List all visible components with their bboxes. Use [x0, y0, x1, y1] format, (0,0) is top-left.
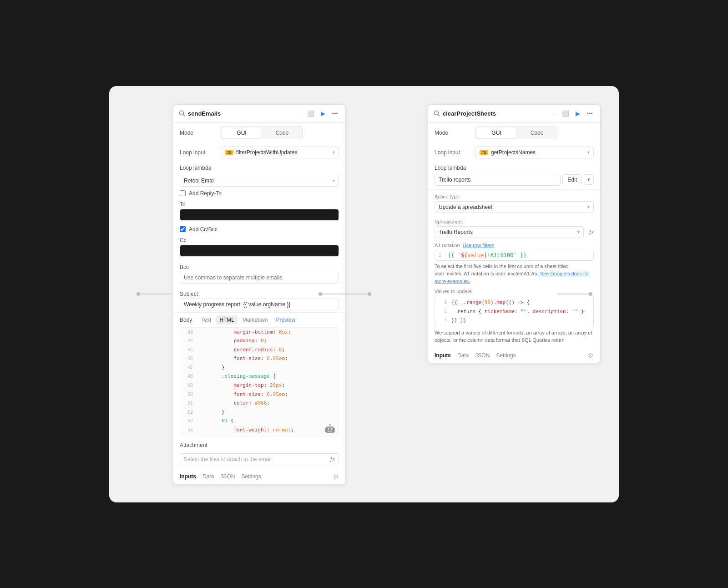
right-a1-link[interactable]: Use row filters	[463, 243, 495, 248]
right-lambda-select[interactable]: Trello reports	[435, 174, 561, 186]
left-code-editor[interactable]: 43 margin-bottom: 8px; 44 padding: 0; 45…	[180, 327, 339, 436]
middle-connector	[318, 292, 371, 296]
right-action-type-chevron: ▾	[587, 204, 590, 209]
clear-project-sheets-panel: clearProjectSheets — ⬜ ▶ ••• Mode GUI Co…	[428, 104, 601, 363]
left-loop-input-label: Loop input	[180, 149, 216, 156]
left-gui-btn[interactable]: GUI	[222, 127, 262, 138]
right-connector-line	[557, 294, 589, 294]
left-connector-line	[140, 294, 172, 294]
left-subject-input[interactable]	[180, 299, 339, 310]
left-play-btn[interactable]: ▶	[319, 109, 327, 118]
left-cc-bcc-row: Add Cc/Bcc	[173, 224, 345, 234]
left-panel-body: Mode GUI Code Loop input JS filterProjec…	[173, 123, 345, 484]
right-loop-input-value: getProjectsNames	[491, 149, 536, 156]
right-play-btn[interactable]: ▶	[574, 109, 582, 118]
left-mode-row: Mode GUI Code	[173, 123, 345, 143]
left-cc-input[interactable]	[180, 245, 339, 257]
code-line-46: 46 font-size: 0.95em;	[180, 354, 339, 363]
left-attachment-section: Attachment	[173, 439, 345, 451]
right-loop-input-select[interactable]: JS getProjectsNames ▾	[475, 147, 594, 158]
left-panel-header: sendEmails — ⬜ ▶ •••	[173, 105, 345, 123]
right-square-btn[interactable]: ⬜	[560, 109, 571, 118]
right-footer-data[interactable]: Data	[457, 352, 469, 359]
right-action-type-section: Action type Update a spreadsheet ▾	[428, 191, 600, 216]
right-more-btn[interactable]: •••	[585, 109, 595, 118]
right-footer-inputs[interactable]: Inputs	[435, 352, 451, 359]
code-emoji: 🤖	[325, 424, 335, 433]
left-tab-markdown[interactable]: Markdown	[239, 315, 271, 324]
right-lambda-row: Trello reports Edit ▾	[428, 173, 600, 188]
right-action-type-label: Action type	[435, 194, 594, 199]
right-values-section: Values to update 1 {{ _.range(99).map(()…	[428, 287, 600, 348]
left-lambda-select[interactable]: Retool Email ▾	[180, 175, 339, 187]
code-line-52: 52 }	[180, 408, 339, 417]
left-mode-toggle: GUI Code	[221, 127, 303, 139]
left-attachment-field[interactable]: Select the files to attach to the email …	[180, 453, 339, 465]
left-connector-dot	[136, 292, 140, 296]
right-footer-settings[interactable]: Settings	[496, 352, 516, 359]
left-attachment-label: Attachment	[180, 441, 339, 450]
left-bcc-input[interactable]	[180, 272, 339, 284]
right-a1-input[interactable]: 1 {{ `${value}!A1:B100` }}	[435, 250, 594, 261]
left-loop-chevron: ▾	[333, 150, 335, 155]
left-tab-text[interactable]: Text	[197, 315, 215, 324]
right-edit-btn[interactable]: Edit	[562, 174, 582, 185]
right-connector-dot	[589, 292, 592, 296]
right-code-btn[interactable]: Code	[517, 127, 557, 139]
right-spreadsheet-fx[interactable]: ƒx	[588, 229, 594, 235]
code-line-48: 48 .closing-message {	[180, 372, 339, 381]
left-fx-btn[interactable]: ƒx	[329, 456, 335, 462]
right-footer-json[interactable]: JSON	[475, 352, 490, 359]
code-line-53: 53 h1 {	[180, 416, 339, 426]
left-loop-input-value: filterProjectsWithUpdates	[236, 149, 298, 156]
right-mode-label: Mode	[435, 130, 471, 136]
right-spreadsheet-select[interactable]: Trello Reports ▾	[435, 226, 584, 238]
right-gui-btn[interactable]: GUI	[476, 127, 516, 138]
left-connector	[136, 292, 172, 296]
left-tab-preview[interactable]: Preview	[272, 315, 299, 324]
code-line-43: 43 margin-bottom: 8px;	[180, 328, 339, 337]
left-reply-to-row: Add Reply-To	[173, 188, 345, 198]
left-footer-inputs[interactable]: Inputs	[180, 473, 196, 480]
left-code-btn[interactable]: Code	[262, 127, 302, 139]
left-attachment-placeholder: Select the files to attach to the email	[184, 456, 272, 462]
left-square-btn[interactable]: ⬜	[305, 109, 316, 118]
right-loop-input-row: Loop input JS getProjectsNames ▾	[428, 143, 600, 162]
right-a1-label-row: A1 notation Use row filters	[435, 243, 594, 248]
code-line-49: 49 margin-top: 20px;	[180, 381, 339, 390]
right-search-icon	[434, 110, 440, 117]
code-line-51: 51 color: #666;	[180, 399, 339, 408]
left-more-btn[interactable]: •••	[330, 109, 340, 118]
left-footer-settings[interactable]: Settings	[241, 473, 261, 480]
right-minimize-btn[interactable]: —	[548, 109, 557, 118]
right-spreadsheet-row: Trello Reports ▾ ƒx	[435, 226, 594, 238]
right-mode-toggle: GUI Code	[475, 127, 557, 139]
left-tab-html[interactable]: HTML	[216, 315, 238, 324]
right-loop-input-label: Loop input	[435, 149, 471, 156]
left-loop-input-select[interactable]: JS filterProjectsWithUpdates ▾	[221, 147, 339, 158]
reply-to-checkbox[interactable]	[180, 190, 186, 196]
right-a1-docs-link[interactable]: See Google's docs for more examples.	[435, 271, 589, 284]
left-minimize-btn[interactable]: —	[293, 109, 303, 118]
reply-to-label: Add Reply-To	[189, 190, 222, 197]
right-lambda-with-btn: Trello reports Edit ▾	[435, 174, 594, 186]
left-loop-input-row: Loop input JS filterProjectsWithUpdates …	[173, 143, 345, 162]
cc-bcc-checkbox[interactable]	[180, 226, 186, 232]
right-js-badge: JS	[480, 150, 488, 155]
values-line-1: 1 {{ _.range(99).map(() => {	[435, 298, 593, 307]
left-footer-data[interactable]: Data	[202, 473, 214, 480]
left-subject-label: Subject	[180, 290, 339, 299]
right-spreadsheet-label: Spreadsheet	[435, 219, 594, 224]
right-action-type-select[interactable]: Update a spreadsheet ▾	[435, 201, 594, 213]
left-attachment-row: Select the files to attach to the email …	[173, 451, 345, 469]
middle-line	[322, 294, 368, 294]
right-lambda-chevron-btn[interactable]: ▾	[584, 174, 594, 185]
right-values-code[interactable]: 1 {{ _.range(99).map(() => { 2 return { …	[435, 296, 594, 327]
right-settings-icon[interactable]: ⚙	[588, 352, 594, 359]
left-footer-json[interactable]: JSON	[220, 473, 235, 480]
left-settings-icon[interactable]: ⚙	[333, 473, 339, 480]
left-js-badge: JS	[225, 150, 233, 155]
left-mode-label: Mode	[180, 130, 216, 136]
middle-right-dot	[368, 292, 371, 296]
left-to-input[interactable]	[180, 209, 339, 221]
